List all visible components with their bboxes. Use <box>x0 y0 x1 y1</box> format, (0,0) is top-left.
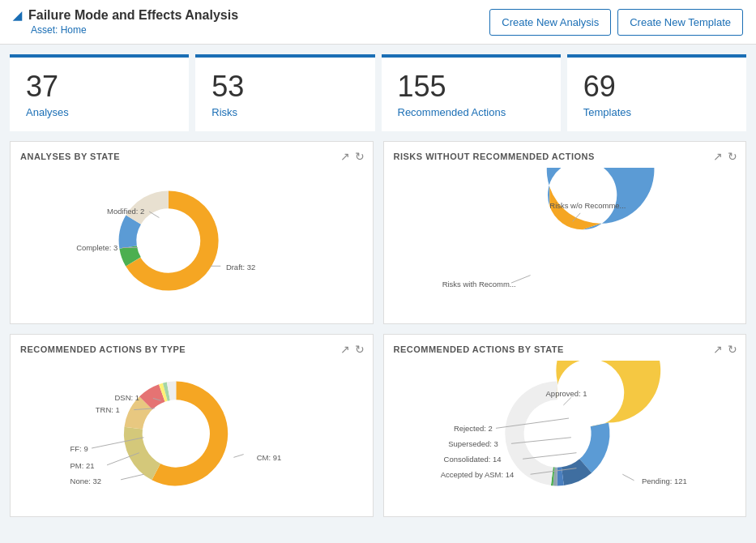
chart-actions-state: ↗ ↻ <box>713 343 737 356</box>
label-cm: CM: 91 <box>257 453 282 462</box>
stats-row: 37 Analyses 53 Risks 155 Recommended Act… <box>0 45 756 131</box>
external-link-icon-state[interactable]: ↗ <box>713 343 723 356</box>
stat-number-risks: 53 <box>211 71 358 103</box>
header-title-row: ◢ Failure Mode and Effects Analysis <box>13 8 238 23</box>
create-new-analysis-button[interactable]: Create New Analysis <box>489 9 611 36</box>
chart-recommended-by-state: RECOMMENDED ACTIONS BY STATE ↗ ↻ <box>383 334 747 517</box>
chart-recommended-by-type: RECOMMENDED ACTIONS BY TYPE ↗ ↻ <box>10 334 374 517</box>
label-rejected: Rejected: 2 <box>453 424 492 433</box>
external-link-icon-type[interactable]: ↗ <box>340 343 350 356</box>
chart-title-recommended-state: RECOMMENDED ACTIONS BY STATE <box>394 344 737 354</box>
external-link-icon-risks[interactable]: ↗ <box>713 150 723 163</box>
label-dsn: DSN: 1 <box>115 393 140 402</box>
donut-svg-analyses: Draft: 32 Complete: 3 Modified: 2 <box>20 168 363 314</box>
header-left: ◢ Failure Mode and Effects Analysis Asse… <box>13 8 238 36</box>
donut-svg-type: CM: 91 None: 32 PM: 21 FF: 9 TRN: 1 DSN:… <box>20 361 363 507</box>
refresh-icon-analyses[interactable]: ↻ <box>355 150 365 163</box>
label-consolidated: Consolidated: 14 <box>443 455 501 464</box>
label-risks-with: Risks with Recomm... <box>442 279 515 288</box>
stat-label-recommended-actions: Recommended Actions <box>398 106 545 118</box>
stat-number-templates: 69 <box>583 71 730 103</box>
refresh-icon-type[interactable]: ↻ <box>355 343 365 356</box>
stat-label-templates: Templates <box>583 106 730 118</box>
donut-analyses-by-state: Draft: 32 Complete: 3 Modified: 2 <box>20 168 363 314</box>
svg-line-16 <box>563 397 570 404</box>
header-buttons: Create New Analysis Create New Template <box>489 9 743 36</box>
stat-label-analyses: Analyses <box>26 106 173 118</box>
svg-line-6 <box>121 474 143 480</box>
label-ff: FF: 9 <box>70 443 88 452</box>
stat-number-analyses: 37 <box>26 71 173 103</box>
header-asset: Asset: Home <box>31 24 238 36</box>
label-pm: PM: 21 <box>70 460 95 469</box>
charts-grid: ANALYSES BY STATE ↗ ↻ <box>0 131 756 527</box>
svg-line-2 <box>149 212 159 218</box>
stat-risks: 53 Risks <box>195 54 374 131</box>
filter-icon: ◢ <box>13 9 22 22</box>
donut-recommended-by-type: CM: 91 None: 32 PM: 21 FF: 9 TRN: 1 DSN:… <box>20 361 363 507</box>
label-modified: Modified: 2 <box>107 206 144 215</box>
stat-number-recommended-actions: 155 <box>398 71 545 103</box>
chart-title-risks-without: RISKS WITHOUT RECOMMENDED ACTIONS <box>394 152 737 161</box>
chart-title-analyses-by-state: ANALYSES BY STATE <box>20 152 363 161</box>
chart-actions-risks: ↗ ↻ <box>713 150 737 163</box>
donut-svg-state: Pending: 121 Accepted by ASM: 14 Consoli… <box>394 361 737 507</box>
label-trn: TRN: 1 <box>96 405 120 414</box>
header: ◢ Failure Mode and Effects Analysis Asse… <box>0 0 756 45</box>
label-superseded: Superseded: 3 <box>448 439 498 448</box>
label-complete: Complete: 3 <box>76 243 117 252</box>
label-draft: Draft: 32 <box>226 263 255 272</box>
stat-templates: 69 Templates <box>567 54 746 131</box>
label-none: None: 32 <box>70 476 101 485</box>
stat-recommended-actions: 155 Recommended Actions <box>382 54 561 131</box>
svg-line-11 <box>622 474 634 481</box>
external-link-icon-analyses[interactable]: ↗ <box>340 150 350 163</box>
chart-analyses-by-state: ANALYSES BY STATE ↗ ↻ <box>10 141 374 324</box>
chart-risks-without-recommended: RISKS WITHOUT RECOMMENDED ACTIONS ↗ ↻ Ri… <box>383 141 747 324</box>
refresh-icon-risks[interactable]: ↻ <box>728 150 737 163</box>
asset-value: Home <box>61 24 87 36</box>
create-new-template-button[interactable]: Create New Template <box>617 9 743 36</box>
stat-label-risks: Risks <box>211 106 358 118</box>
stat-analyses: 37 Analyses <box>10 54 189 131</box>
label-approved: Approved: 1 <box>545 388 587 397</box>
label-pending: Pending: 121 <box>641 476 686 485</box>
page-title: Failure Mode and Effects Analysis <box>28 8 238 23</box>
donut-risks-without: Risks with Recomm... Risks w/o Recomme..… <box>394 168 737 314</box>
label-accepted-asm: Accepted by ASM: 14 <box>440 470 514 479</box>
donut-recommended-by-state: Pending: 121 Accepted by ASM: 14 Consoli… <box>394 361 737 507</box>
svg-line-5 <box>233 454 243 457</box>
donut-svg-risks: Risks with Recomm... Risks w/o Recomme..… <box>394 168 737 314</box>
chart-title-recommended-type: RECOMMENDED ACTIONS BY TYPE <box>20 344 363 354</box>
label-risks-without: Risks w/o Recomme... <box>549 201 626 210</box>
chart-actions-analyses: ↗ ↻ <box>340 150 365 163</box>
refresh-icon-state[interactable]: ↻ <box>728 343 737 356</box>
chart-actions-type: ↗ ↻ <box>340 343 365 356</box>
